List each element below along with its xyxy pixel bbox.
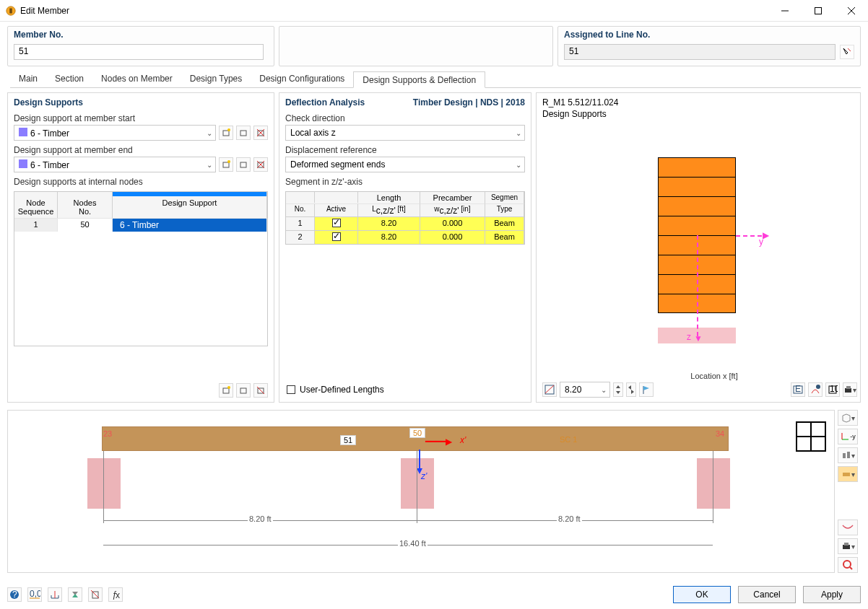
nav-arrows[interactable]	[626, 382, 636, 397]
new-support-icon-2[interactable]	[219, 157, 233, 172]
new-support-icon[interactable]	[219, 126, 233, 140]
maximize-button[interactable]	[802, 0, 835, 22]
svg-rect-1	[9, 8, 12, 13]
x-axis-arrow: ━━━━▶	[425, 437, 452, 447]
udl-label: User-Defined Lengths	[300, 385, 384, 395]
segment-row-2[interactable]: 2 8.20 0.000 Beam	[286, 230, 524, 244]
svg-text:x: x	[116, 590, 120, 600]
tab-design-config[interactable]: Design Configurations	[251, 71, 353, 87]
disp-ref-combo[interactable]: Deformed segment ends⌄	[285, 157, 525, 172]
node-label: 50	[409, 428, 425, 438]
member-preview[interactable]: 23 34 50 51 SC 1 ━━━━▶ x' z' 8.20 ft 8.2…	[7, 410, 835, 573]
view-reset-icon[interactable]	[542, 382, 557, 397]
preview-toolbar: ▾ -y ▾ ▾ ▾	[838, 410, 861, 573]
check-direction-combo[interactable]: Local axis z⌄	[285, 125, 525, 141]
col-design-support: Design Support	[113, 196, 267, 218]
col-node-seq: NodeSequence	[14, 196, 58, 218]
values-icon[interactable]: E	[791, 382, 805, 397]
spinner-up-down[interactable]	[613, 382, 623, 397]
cancel-button[interactable]: Cancel	[738, 586, 796, 603]
delete-support-icon[interactable]	[253, 126, 268, 140]
function-icon[interactable]: ƒx	[108, 587, 123, 602]
delete-support-icon-2[interactable]	[253, 157, 268, 172]
svg-rect-15	[240, 162, 246, 167]
tab-design-supports[interactable]: Design Supports & Deflection	[353, 71, 485, 88]
reset-view-icon[interactable]	[838, 557, 858, 573]
member-no-input[interactable]: 51	[14, 44, 264, 60]
code-label: Timber Design | NDS | 2018	[413, 97, 525, 108]
axis-widget[interactable]	[794, 419, 828, 454]
stress-icon[interactable]	[808, 382, 823, 397]
minimize-button[interactable]	[768, 0, 802, 22]
check-direction-label: Check direction	[285, 113, 525, 123]
grid-edit-icon[interactable]	[236, 383, 251, 398]
svg-rect-44	[844, 543, 849, 546]
location-input[interactable]: 8.20⌄	[560, 382, 610, 398]
svg-rect-42	[843, 473, 850, 476]
units-icon[interactable]: 0,00	[27, 587, 42, 602]
assigned-line-label: Assigned to Line No.	[564, 30, 854, 40]
node-label: 34	[716, 429, 724, 438]
help-icon[interactable]: ?	[7, 587, 22, 602]
close-button[interactable]	[835, 0, 868, 22]
svg-rect-7	[223, 131, 229, 136]
end-support-combo[interactable]: 6 - Timber⌄	[14, 157, 216, 172]
ok-button[interactable]: OK	[673, 586, 731, 603]
member-no-label: Member No.	[14, 30, 268, 40]
flag-icon[interactable]	[639, 382, 654, 397]
checkbox-icon[interactable]	[332, 232, 341, 241]
section-subtitle: Design Supports	[542, 109, 857, 121]
svg-line-46	[850, 567, 852, 569]
svg-point-29	[816, 385, 820, 389]
assigned-line-input[interactable]: 51	[564, 44, 836, 60]
apply-button[interactable]: Apply	[803, 586, 861, 603]
highlight-icon[interactable]: ▾	[838, 466, 858, 482]
cube-view-icon[interactable]: ▾	[838, 410, 858, 426]
svg-rect-13	[223, 162, 229, 167]
window-title: Edit Member	[20, 6, 69, 16]
table-row[interactable]: 1 50 6 - Timber	[14, 218, 267, 232]
app-icon	[6, 6, 16, 16]
lengths-icon[interactable]	[48, 587, 62, 602]
udl-checkbox[interactable]	[287, 385, 295, 394]
location-label: Location x [ft]	[571, 372, 857, 380]
sections-icon[interactable]: ▾	[838, 447, 858, 463]
internal-supports-table[interactable]: NodeSequence NodesNo. Design Support 1 5…	[14, 191, 268, 346]
axes-icon[interactable]: -y	[838, 429, 858, 444]
member-no-panel: Member No. 51	[7, 26, 274, 66]
svg-text:?: ?	[12, 590, 17, 600]
tab-section[interactable]: Section	[46, 71, 92, 87]
segment-label: Segment in z/z'-axis	[285, 177, 525, 187]
svg-rect-3	[815, 7, 822, 14]
print-icon[interactable]: ▾	[843, 382, 857, 397]
deflection-title: Deflection Analysis	[285, 97, 365, 108]
node-label: 23	[103, 429, 112, 438]
flip-icon[interactable]	[68, 587, 82, 602]
design-supports-panel: Design Supports Design support at member…	[7, 92, 274, 403]
edit-support-icon-2[interactable]	[236, 157, 251, 172]
svg-rect-41	[847, 452, 850, 458]
tab-nodes[interactable]: Nodes on Member	[92, 71, 181, 87]
svg-line-25	[545, 385, 554, 393]
design-supports-title: Design Supports	[14, 97, 268, 108]
member-label: 51	[340, 435, 356, 445]
remove-icon[interactable]	[88, 587, 103, 602]
svg-point-45	[843, 561, 851, 568]
internal-supports-label: Design supports at internal nodes	[14, 177, 268, 187]
segment-table[interactable]: Length Precamber Segmen No. Active Lc,z/…	[285, 191, 525, 245]
print-preview-icon[interactable]: ▾	[838, 538, 858, 554]
start-support-combo[interactable]: 6 - Timber⌄	[14, 125, 216, 141]
svg-rect-40	[843, 453, 846, 458]
pick-line-button[interactable]	[840, 45, 854, 59]
checkbox-icon[interactable]	[332, 219, 341, 227]
edit-support-icon[interactable]	[236, 126, 251, 140]
tab-main[interactable]: Main	[10, 71, 46, 87]
grid-new-icon[interactable]	[219, 383, 233, 398]
start-support-label: Design support at member start	[14, 113, 268, 123]
tab-design-types[interactable]: Design Types	[181, 71, 251, 87]
dimensions-icon[interactable]: 100	[825, 382, 840, 397]
section-id: R_M1 5.512/11.024	[542, 97, 857, 109]
segment-row-1[interactable]: 1 8.20 0.000 Beam	[286, 216, 524, 230]
deflection-icon[interactable]	[838, 520, 858, 535]
grid-delete-icon[interactable]	[253, 383, 268, 398]
